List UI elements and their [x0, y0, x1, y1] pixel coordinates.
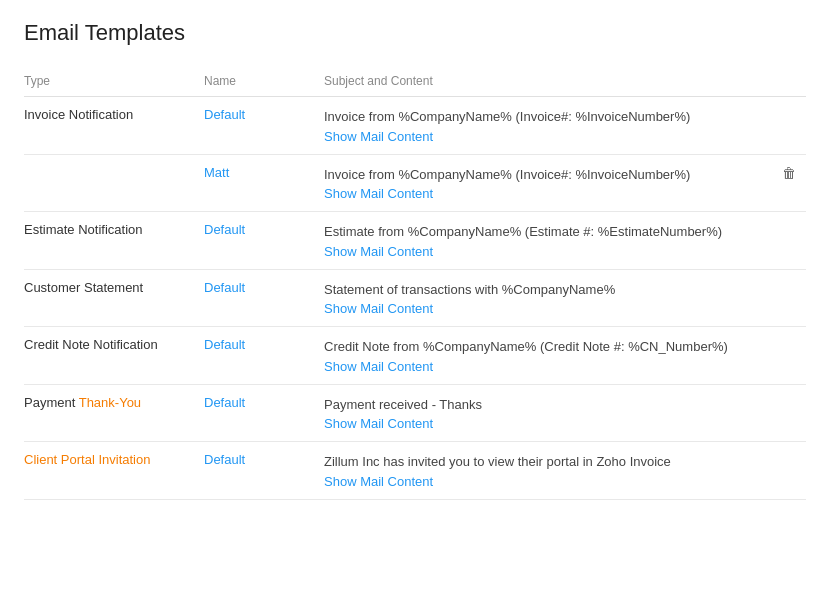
template-name-link[interactable]: Default	[204, 452, 314, 467]
template-name-link[interactable]: Default	[204, 395, 314, 410]
template-name-link[interactable]: Default	[204, 337, 314, 352]
table-row: Payment Thank-YouDefaultPayment received…	[24, 384, 806, 442]
template-name-link[interactable]: Matt	[204, 165, 314, 180]
row-name[interactable]: Default	[204, 442, 324, 500]
row-actions	[776, 327, 806, 385]
row-subject: Statement of transactions with %CompanyN…	[324, 269, 776, 327]
subject-text: Invoice from %CompanyName% (Invoice#: %I…	[324, 107, 766, 127]
row-type: Client Portal Invitation	[24, 442, 204, 500]
row-type: Customer Statement	[24, 269, 204, 327]
subject-text: Invoice from %CompanyName% (Invoice#: %I…	[324, 165, 766, 185]
show-mail-content-link[interactable]: Show Mail Content	[324, 186, 766, 201]
subject-text: Credit Note from %CompanyName% (Credit N…	[324, 337, 766, 357]
show-mail-content-link[interactable]: Show Mail Content	[324, 301, 766, 316]
row-actions	[776, 442, 806, 500]
subject-text: Statement of transactions with %CompanyN…	[324, 280, 766, 300]
table-row: Credit Note NotificationDefaultCredit No…	[24, 327, 806, 385]
row-actions	[776, 384, 806, 442]
row-subject: Invoice from %CompanyName% (Invoice#: %I…	[324, 154, 776, 212]
row-subject: Payment received - ThanksShow Mail Conte…	[324, 384, 776, 442]
show-mail-content-link[interactable]: Show Mail Content	[324, 474, 766, 489]
row-name[interactable]: Default	[204, 327, 324, 385]
row-subject: Zillum Inc has invited you to view their…	[324, 442, 776, 500]
show-mail-content-link[interactable]: Show Mail Content	[324, 129, 766, 144]
col-header-name: Name	[204, 66, 324, 97]
row-subject: Invoice from %CompanyName% (Invoice#: %I…	[324, 97, 776, 155]
page-title: Email Templates	[24, 20, 806, 46]
template-name-link[interactable]: Default	[204, 107, 314, 122]
show-mail-content-link[interactable]: Show Mail Content	[324, 416, 766, 431]
row-type: Estimate Notification	[24, 212, 204, 270]
row-type: Invoice Notification	[24, 97, 204, 155]
table-row: Customer StatementDefaultStatement of tr…	[24, 269, 806, 327]
row-actions: 🗑	[776, 154, 806, 212]
email-templates-table: Type Name Subject and Content Invoice No…	[24, 66, 806, 500]
row-subject: Credit Note from %CompanyName% (Credit N…	[324, 327, 776, 385]
table-row: Estimate NotificationDefaultEstimate fro…	[24, 212, 806, 270]
table-row: Invoice NotificationDefaultInvoice from …	[24, 97, 806, 155]
template-name-link[interactable]: Default	[204, 280, 314, 295]
row-type	[24, 154, 204, 212]
row-name[interactable]: Matt	[204, 154, 324, 212]
delete-icon[interactable]: 🗑	[782, 165, 796, 181]
row-subject: Estimate from %CompanyName% (Estimate #:…	[324, 212, 776, 270]
row-name[interactable]: Default	[204, 269, 324, 327]
show-mail-content-link[interactable]: Show Mail Content	[324, 244, 766, 259]
row-name[interactable]: Default	[204, 384, 324, 442]
row-name[interactable]: Default	[204, 212, 324, 270]
subject-text: Payment received - Thanks	[324, 395, 766, 415]
table-row: MattInvoice from %CompanyName% (Invoice#…	[24, 154, 806, 212]
col-header-actions	[776, 66, 806, 97]
row-actions	[776, 212, 806, 270]
show-mail-content-link[interactable]: Show Mail Content	[324, 359, 766, 374]
row-name[interactable]: Default	[204, 97, 324, 155]
subject-text: Estimate from %CompanyName% (Estimate #:…	[324, 222, 766, 242]
row-type: Payment Thank-You	[24, 384, 204, 442]
row-type: Credit Note Notification	[24, 327, 204, 385]
col-header-subject: Subject and Content	[324, 66, 776, 97]
col-header-type: Type	[24, 66, 204, 97]
subject-text: Zillum Inc has invited you to view their…	[324, 452, 766, 472]
row-actions	[776, 269, 806, 327]
template-name-link[interactable]: Default	[204, 222, 314, 237]
table-row: Client Portal InvitationDefaultZillum In…	[24, 442, 806, 500]
row-actions	[776, 97, 806, 155]
